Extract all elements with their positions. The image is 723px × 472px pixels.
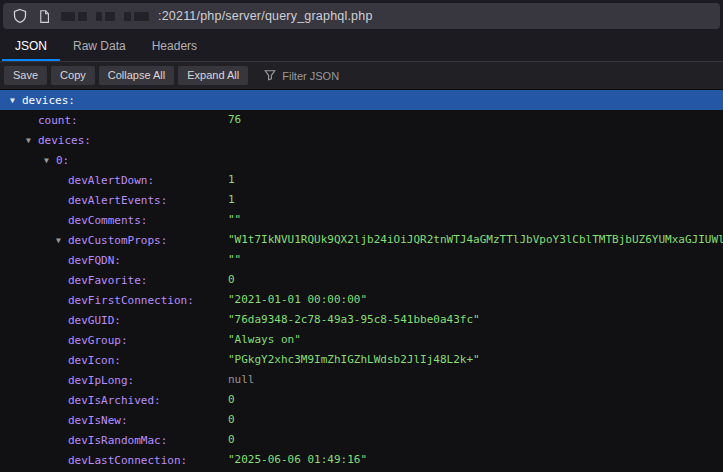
json-key: devIcon: <box>68 354 121 367</box>
json-key: devCustomProps: <box>68 234 167 247</box>
json-row[interactable]: devAlertDown:1 <box>0 170 723 190</box>
json-row[interactable]: devIsArchived:0 <box>0 390 723 410</box>
json-row[interactable]: ▼devices: <box>0 130 723 150</box>
json-value: "2025-06-06 01:49:16" <box>228 450 367 470</box>
redacted-ip <box>61 12 149 21</box>
json-key: devices: <box>22 94 75 107</box>
json-row[interactable]: devGroup:"Always on" <box>0 330 723 350</box>
expand-arrow-icon[interactable]: ▼ <box>10 96 22 105</box>
tab-headers[interactable]: Headers <box>139 32 210 61</box>
json-value: 1 <box>228 190 235 210</box>
json-row[interactable]: devIcon:"PGkgY2xhc3M9ImZhIGZhLWdsb2JlIj4… <box>0 350 723 370</box>
filter-container <box>264 67 432 85</box>
shield-icon[interactable] <box>12 8 28 24</box>
save-button[interactable]: Save <box>4 66 47 85</box>
expand-all-button[interactable]: Expand All <box>178 66 248 85</box>
json-key: devAlertEvents: <box>68 194 167 207</box>
json-row[interactable]: count:76 <box>0 110 723 130</box>
filter-json-input[interactable] <box>282 70 432 82</box>
json-row[interactable]: devIsRandomMac:0 <box>0 430 723 450</box>
expand-arrow-icon[interactable]: ▼ <box>44 156 56 165</box>
json-key: devIsRandomMac: <box>68 434 167 447</box>
json-value: 0 <box>228 430 235 450</box>
tab-json[interactable]: JSON <box>2 32 60 61</box>
json-value: "76da9348-2c78-49a3-95c8-541bbe0a43fc" <box>228 310 480 330</box>
json-row[interactable]: devLastConnection:"2025-06-06 01:49:16" <box>0 450 723 470</box>
json-key: devAlertDown: <box>68 174 154 187</box>
json-toolbar: Save Copy Collapse All Expand All <box>0 62 723 90</box>
json-row[interactable]: ▼devices: <box>0 90 723 110</box>
json-row[interactable]: ▼devCustomProps:"W1t7IkNVU1RQUk9QX2ljb24… <box>0 230 723 250</box>
json-value: "" <box>228 210 241 230</box>
json-key: devFirstConnection: <box>68 294 194 307</box>
json-key: devices: <box>38 134 91 147</box>
viewer-tab-bar: JSON Raw Data Headers <box>0 32 723 62</box>
json-key: count: <box>38 114 78 127</box>
json-row[interactable]: devFirstConnection:"2021-01-01 00:00:00" <box>0 290 723 310</box>
json-key: 0: <box>56 154 69 167</box>
json-value: "W1t7IkNVU1RQUk9QX2ljb24iOiJQR2tnWTJ4aGM… <box>228 230 723 250</box>
json-key: devIsArchived: <box>68 394 161 407</box>
json-value: "PGkgY2xhc3M9ImZhIGZhLWdsb2JlIj48L2k+" <box>228 350 480 370</box>
json-row[interactable]: devIpLong:null <box>0 370 723 390</box>
json-value: "2021-01-01 00:00:00" <box>228 290 367 310</box>
copy-button[interactable]: Copy <box>51 66 95 85</box>
json-row[interactable]: devComments:"" <box>0 210 723 230</box>
json-value: 76 <box>228 110 241 130</box>
json-value: "" <box>228 250 241 270</box>
json-value: 1 <box>228 170 235 190</box>
funnel-icon <box>264 67 276 85</box>
json-value: 0 <box>228 410 235 430</box>
json-value: null <box>228 370 255 390</box>
json-value: "Always on" <box>228 330 301 350</box>
json-row[interactable]: devGUID:"76da9348-2c78-49a3-95c8-541bbe0… <box>0 310 723 330</box>
json-row[interactable]: devFQDN:"" <box>0 250 723 270</box>
json-key: devGUID: <box>68 314 121 327</box>
json-row[interactable]: devIsNew:0 <box>0 410 723 430</box>
expand-arrow-icon[interactable]: ▼ <box>56 236 68 245</box>
browser-chrome: :20211/php/server/query_graphql.php <box>0 0 723 32</box>
url-bar[interactable]: :20211/php/server/query_graphql.php <box>3 3 720 29</box>
json-key: devFQDN: <box>68 254 121 267</box>
json-key: devIpLong: <box>68 374 134 387</box>
json-key: devComments: <box>68 214 147 227</box>
json-key: devGroup: <box>68 334 128 347</box>
json-key: devFavorite: <box>68 274 147 287</box>
json-value: 0 <box>228 270 235 290</box>
collapse-all-button[interactable]: Collapse All <box>99 66 174 85</box>
page-icon[interactable] <box>37 9 52 24</box>
json-tree: ▼devices:count:76▼devices:▼0:devAlertDow… <box>0 90 723 470</box>
json-key: devLastConnection: <box>68 454 187 467</box>
json-value: 0 <box>228 390 235 410</box>
expand-arrow-icon[interactable]: ▼ <box>26 136 38 145</box>
json-row[interactable]: devAlertEvents:1 <box>0 190 723 210</box>
json-row[interactable]: devFavorite:0 <box>0 270 723 290</box>
json-row[interactable]: ▼0: <box>0 150 723 170</box>
url-text: :20211/php/server/query_graphql.php <box>158 9 373 23</box>
tab-raw-data[interactable]: Raw Data <box>60 32 139 61</box>
json-key: devIsNew: <box>68 414 128 427</box>
